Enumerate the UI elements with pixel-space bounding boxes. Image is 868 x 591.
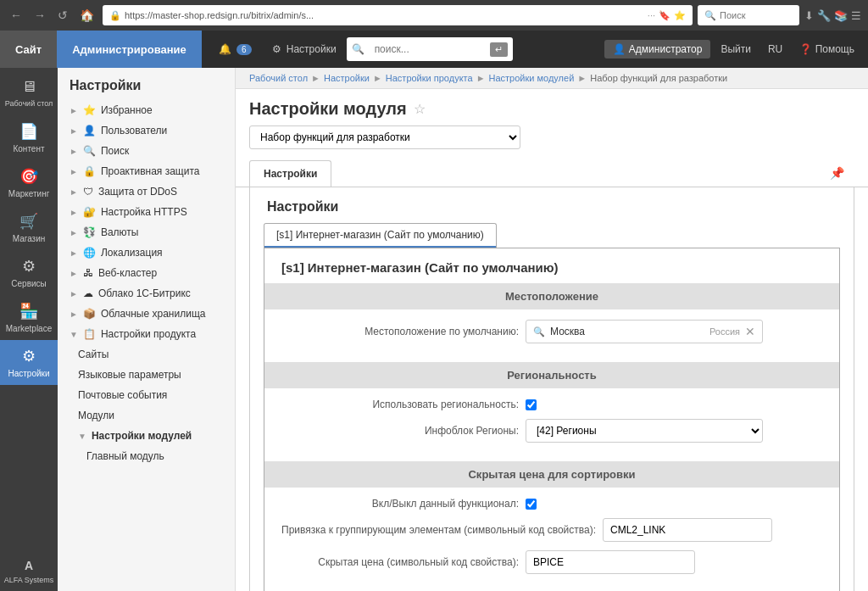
breadcrumb-sep: ► xyxy=(311,73,320,83)
header-search-wrap[interactable]: 🔍 ↵ xyxy=(347,37,513,61)
sidebar-item-marketplace[interactable]: 🏪 Marketplace xyxy=(0,295,58,340)
user-button[interactable]: 👤 Администратор xyxy=(604,40,711,59)
page-title: Настройки модуля xyxy=(249,99,407,119)
marketplace-icon: 🏪 xyxy=(19,302,38,321)
nav-item-favorites[interactable]: ► ⭐ Избранное xyxy=(58,100,235,120)
notifications-button[interactable]: 🔔 6 xyxy=(209,31,262,68)
url-bar[interactable]: 🔒 https://master-shop.redsign.ru/bitrix/… xyxy=(103,5,693,25)
user-icon: 👤 xyxy=(613,43,626,55)
nav-item-https[interactable]: ► 🔐 Настройка HTTPS xyxy=(58,202,235,222)
cloudstorage-nav-icon: 📦 xyxy=(83,308,96,320)
section-regionality-header[interactable]: Региональность xyxy=(264,362,839,388)
locale-nav-icon: 🌐 xyxy=(83,247,96,259)
settings-label: Настройки xyxy=(287,43,337,55)
sidebar-item-services[interactable]: ⚙ Сервисы xyxy=(0,250,58,295)
breadcrumb-sep2: ► xyxy=(373,73,382,83)
nav-item-product-settings[interactable]: ▼ 📋 Настройки продукта xyxy=(58,324,235,344)
user-label: Администратор xyxy=(629,43,703,55)
modules-label: Модули xyxy=(78,410,114,421)
breadcrumb-settings[interactable]: Настройки xyxy=(324,73,370,83)
arrow-icon: ► xyxy=(70,248,78,258)
site-button[interactable]: Сайт xyxy=(0,31,57,68)
location-label: Местоположение по умолчанию: xyxy=(281,326,519,337)
module-select-wrap: Набор функций для разработки xyxy=(236,125,868,159)
header-toolbar: 🔔 6 ⚙ Настройки 🔍 ↵ xyxy=(202,31,604,68)
nav-item-webcluster[interactable]: ► 🖧 Веб-кластер xyxy=(58,263,235,283)
sidebar-item-marketing[interactable]: 🎯 Маркетинг xyxy=(0,160,58,205)
marketing-label: Маркетинг xyxy=(8,189,50,198)
browser-search-input[interactable] xyxy=(720,10,787,20)
section-location-body: Местоположение по умолчанию: 🔍 Москва Ро… xyxy=(264,309,839,362)
cloudstorage-label: Облачные хранилища xyxy=(101,308,206,320)
hidden-price-input[interactable] xyxy=(526,550,695,574)
nav-item-lang[interactable]: Языковые параметры xyxy=(58,365,235,385)
search-nav-icon: 🔍 xyxy=(83,145,96,157)
https-nav-icon: 🔐 xyxy=(83,206,96,218)
module-select[interactable]: Набор функций для разработки xyxy=(249,125,520,149)
refresh-button[interactable]: ↺ xyxy=(54,7,71,24)
sidebar-item-shop[interactable]: 🛒 Магазин xyxy=(0,205,58,250)
sidebar-item-content[interactable]: 📄 Контент xyxy=(0,115,58,160)
nav-item-cloudstorage[interactable]: ► 📦 Облачные хранилища xyxy=(58,304,235,324)
grouping-input[interactable] xyxy=(603,518,772,542)
favorites-label: Избранное xyxy=(101,104,153,116)
sidebar-item-settings[interactable]: ⚙ Настройки xyxy=(0,340,58,385)
nav-item-search[interactable]: ► 🔍 Поиск xyxy=(58,141,235,161)
lang-button[interactable]: RU xyxy=(761,31,789,68)
pin-icon[interactable]: 📌 xyxy=(820,159,854,187)
url-text: https://master-shop.redsign.ru/bitrix/ad… xyxy=(125,10,644,20)
location-clear-icon[interactable]: ✕ xyxy=(745,325,755,338)
settings-button[interactable]: ⚙ Настройки xyxy=(262,31,347,68)
nav-item-proactive[interactable]: ► 🔒 Проактивная защита xyxy=(58,161,235,181)
arrow-icon: ► xyxy=(70,187,78,197)
location-input[interactable]: 🔍 Москва Россия ✕ xyxy=(526,320,763,343)
nav-item-modules[interactable]: Модули xyxy=(58,405,235,426)
ddos-label: Защита от DDoS xyxy=(98,186,177,198)
nav-item-module-settings[interactable]: ▼ Настройки модулей xyxy=(58,426,235,446)
infoblock-label: Инфоблок Регионы: xyxy=(281,425,519,437)
breadcrumb-module-settings[interactable]: Настройки модулей xyxy=(489,73,575,83)
header-right: 👤 Администратор Выйти RU ❓ Помощь xyxy=(604,31,868,68)
back-button[interactable]: ← xyxy=(7,7,25,24)
arrow-icon: ► xyxy=(70,269,78,278)
header-search-input[interactable] xyxy=(368,37,487,61)
breadcrumb: Рабочий стол ► Настройки ► Настройки про… xyxy=(236,68,868,89)
forward-button[interactable]: → xyxy=(31,7,49,24)
nav-item-ddos[interactable]: ► 🛡 Защита от DDoS xyxy=(58,181,235,202)
settings-sidebar-icon: ⚙ xyxy=(22,347,36,365)
breadcrumb-product-settings[interactable]: Настройки продукта xyxy=(386,73,473,83)
nav-item-mail[interactable]: Почтовые события xyxy=(58,385,235,405)
nav-item-cloud[interactable]: ► ☁ Облако 1С-Битрикс xyxy=(58,283,235,304)
tab-settings[interactable]: Настройки xyxy=(249,160,331,187)
marketing-icon: 🎯 xyxy=(19,167,38,186)
nav-item-users[interactable]: ► 👤 Пользователи xyxy=(58,120,235,141)
sidebar-item-alfa[interactable]: A ALFA Systems xyxy=(0,552,58,591)
section-hidden-price-header[interactable]: Скрытая цена для сортировки xyxy=(264,461,839,488)
sites-label: Сайты xyxy=(78,348,108,360)
regionality-checkbox[interactable] xyxy=(526,399,537,410)
infoblock-select[interactable]: [42] Регионы xyxy=(526,419,763,443)
nav-item-sites[interactable]: Сайты xyxy=(58,344,235,365)
nav-item-locale[interactable]: ► 🌐 Локализация xyxy=(58,243,235,263)
inner-tab-s1[interactable]: [s1] Интернет-магазин (Сайт по умолчанию… xyxy=(264,224,496,248)
cloud-nav-icon: ☁ xyxy=(83,287,93,299)
admin-button[interactable]: Администрирование xyxy=(57,31,202,68)
help-button[interactable]: ❓ Помощь xyxy=(793,31,861,68)
browser-search[interactable]: 🔍 xyxy=(698,5,799,25)
search-submit[interactable]: ↵ xyxy=(490,42,508,57)
toggle-checkbox[interactable] xyxy=(526,499,537,510)
sidebar-item-workdesk[interactable]: 🖥 Рабочий стол xyxy=(0,71,58,115)
nav-item-main-module[interactable]: Главный модуль xyxy=(58,446,235,466)
nav-item-currency[interactable]: ► 💱 Валюты xyxy=(58,222,235,243)
location-region-value: Россия xyxy=(709,326,740,337)
home-button[interactable]: 🏠 xyxy=(76,7,97,24)
breadcrumb-current: Набор функций для разработки xyxy=(590,73,727,83)
section-location-header[interactable]: Местоположение xyxy=(264,283,839,309)
browser-chrome: ← → ↺ 🏠 🔒 https://master-shop.redsign.ru… xyxy=(0,0,868,31)
search-icon: 🔍 xyxy=(352,43,364,55)
proactive-nav-icon: 🔒 xyxy=(83,165,96,177)
breadcrumb-workdesk[interactable]: Рабочий стол xyxy=(249,73,308,83)
product-settings-nav-icon: 📋 xyxy=(83,328,96,340)
exit-button[interactable]: Выйти xyxy=(714,31,758,68)
favorite-star-icon[interactable]: ☆ xyxy=(414,101,426,117)
